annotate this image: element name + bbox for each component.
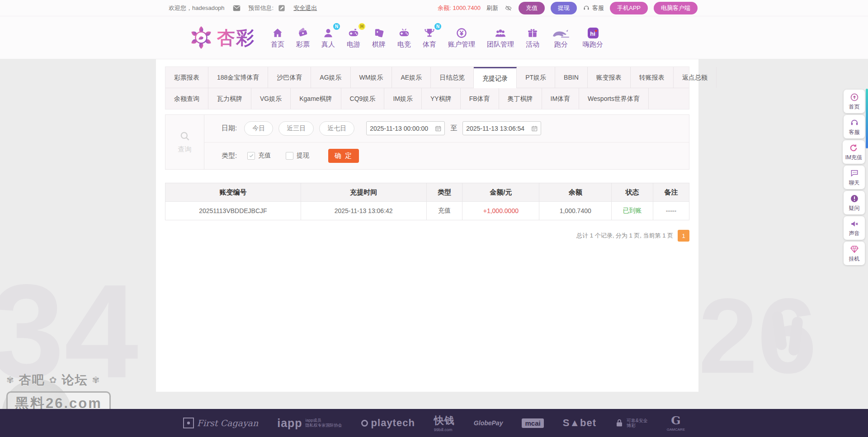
date-to-value[interactable] [466,125,531,132]
tab-item[interactable]: 188金宝博体育 [208,67,268,88]
pagination-summary: 总计 1 个记录, 分为 1 页, 当前第 1 页 [576,232,673,240]
balance-value: 1000.7400 [453,5,481,11]
tab-item[interactable]: CQ9娱乐 [341,88,385,109]
tab-item[interactable]: IM体育 [542,88,580,109]
tab-item[interactable]: Wesports世界体育 [579,88,649,109]
sidebar-item-home[interactable]: 首页 [844,90,865,113]
tab-item[interactable]: 彩票报表 [165,67,208,88]
nav-item-home[interactable]: 首页 [271,26,284,49]
pc-client-button[interactable]: 电脑客户端 [654,2,698,14]
sidebar-item-question[interactable]: 疑问 [844,191,865,214]
withdraw-checkbox-label: 提现 [297,152,309,160]
date-from-value[interactable] [370,125,434,132]
footer-logo-sub: GAMCARE [667,427,685,432]
mute-speaker-icon [850,219,859,228]
scrollbar-thumb[interactable] [866,89,868,148]
tab-item[interactable]: YY棋牌 [422,88,461,109]
tab-item[interactable]: IM娱乐 [384,88,422,109]
nav-item-hipaofen[interactable]: hi 嗨跑分 [583,26,603,49]
flower-glyph: ✾ [92,375,101,385]
tab-item[interactable]: BBIN [555,67,588,88]
tab-item[interactable]: 返点总额 [674,67,717,88]
confirm-button[interactable]: 确 定 [328,149,359,163]
gift-icon [527,26,538,39]
quick-today-button[interactable]: 今日 [244,121,273,136]
nav-item-live[interactable]: N 真人 [321,26,335,49]
header-time: 充提时间 [301,183,426,202]
nav-item-account[interactable]: 账户管理 [448,26,475,49]
tab-item[interactable]: 沙巴体育 [268,67,311,88]
tab-item[interactable]: 余额查询 [165,88,208,109]
tab-item-active-deposit-withdraw-records[interactable]: 充提记录 [474,67,517,88]
nav-item-team[interactable]: 团队管理 [487,26,514,49]
header-balance: 余额 [539,183,612,202]
nav-item-promo[interactable]: 活动 [526,26,539,49]
coin-icon [456,26,467,39]
footer-logo-text: iapp [277,417,302,430]
pagination: 总计 1 个记录, 分为 1 页, 当前第 1 页 1 [165,230,689,242]
tab-item[interactable]: WM娱乐 [351,67,392,88]
sidebar-item-afk[interactable]: 挂机 [844,242,865,265]
sidebar-item-chat[interactable]: 聊天 [844,166,865,189]
customer-service-link[interactable]: 客服 [583,4,604,12]
withdraw-button[interactable]: 提现 [551,2,577,14]
sidebar-item-im-recharge[interactable]: IM充值 [843,140,865,164]
nav-item-esports[interactable]: 电竞 [397,26,411,49]
tab-item[interactable]: 日结总览 [431,67,474,88]
lock-icon [615,418,623,428]
refresh-button[interactable]: 刷新 [486,4,498,12]
withdraw-checkbox[interactable]: 提现 [283,152,309,160]
nav-label: 嗨跑分 [583,40,603,49]
nav-item-paofen[interactable]: 跑分 [551,26,571,49]
sidebar-item-service[interactable]: 客服 [844,115,865,138]
tab-item[interactable]: 转账报表 [631,67,674,88]
tab-item[interactable]: 账变报表 [588,67,631,88]
footer-logo-sub: 隐私权专家国际协会 [306,423,342,428]
message-icon[interactable] [233,5,241,11]
edit-reserved-button[interactable] [278,5,285,12]
brand-name: 杏彩 [217,25,255,50]
nav-item-chess[interactable]: 棋牌 [372,26,386,49]
nav-label: 团队管理 [487,40,514,49]
deposit-checkbox[interactable]: 充值 [244,152,271,160]
cell-note: ----- [653,202,689,220]
tab-item[interactable]: AE娱乐 [392,67,431,88]
tab-item[interactable]: 瓦力棋牌 [208,88,251,109]
date-from-input[interactable] [366,121,445,135]
new-badge: N [333,23,340,30]
checkbox-checked-icon[interactable] [247,152,255,160]
logout-link[interactable]: 安全退出 [293,4,317,12]
tab-item[interactable]: AG娱乐 [311,67,350,88]
filter-panel: 查询 日期: 今日 近三日 近七日 至 类型: [165,114,689,170]
brand-logo[interactable]: 杏彩 [189,25,255,50]
balance-label: 余额: [438,5,451,11]
nav-item-lottery[interactable]: 彩票 [296,26,310,49]
quick-3days-button[interactable]: 近三日 [278,121,314,136]
mobile-app-button[interactable]: 手机APP [610,2,648,14]
search-label: 查询 [178,145,192,154]
tab-item[interactable]: 奥丁棋牌 [499,88,542,109]
tab-item[interactable]: VG娱乐 [251,88,291,109]
quick-7days-button[interactable]: 近七日 [319,121,354,136]
footer-logo-sub: iapp成员 [306,418,321,423]
main-panel: 彩票报表 188金宝博体育 沙巴体育 AG娱乐 WM娱乐 AE娱乐 日结总览 充… [156,59,698,392]
nav-item-egames[interactable]: H 电游 [347,26,360,49]
tab-item[interactable]: PT娱乐 [517,67,555,88]
refresh-icon [849,143,858,152]
footer-logo-playtech: playtech [361,417,415,429]
table-header-row: 账变编号 充提时间 类型 金额/元 余额 状态 备注 [165,183,689,202]
tab-item[interactable]: Kgame棋牌 [291,88,341,109]
flower-glyph: ✿ [49,375,58,385]
footer-logo-sabet: S▲bet [563,417,596,429]
tab-item[interactable]: FB体育 [461,88,499,109]
deposit-button[interactable]: 充值 [519,2,545,14]
sidebar-item-sound[interactable]: 声音 [844,216,865,240]
header-note: 备注 [653,183,689,202]
checkbox-unchecked-icon[interactable] [286,152,293,160]
cell-time: 2025-11-13 13:06:42 [301,202,426,220]
footer-logo-iapp: iapp iapp成员 隐私权专家国际协会 [277,417,342,430]
date-to-input[interactable] [462,121,541,135]
eye-off-icon[interactable] [504,5,513,12]
nav-item-sports[interactable]: N 体育 [423,26,436,49]
page-1-button[interactable]: 1 [678,230,689,242]
